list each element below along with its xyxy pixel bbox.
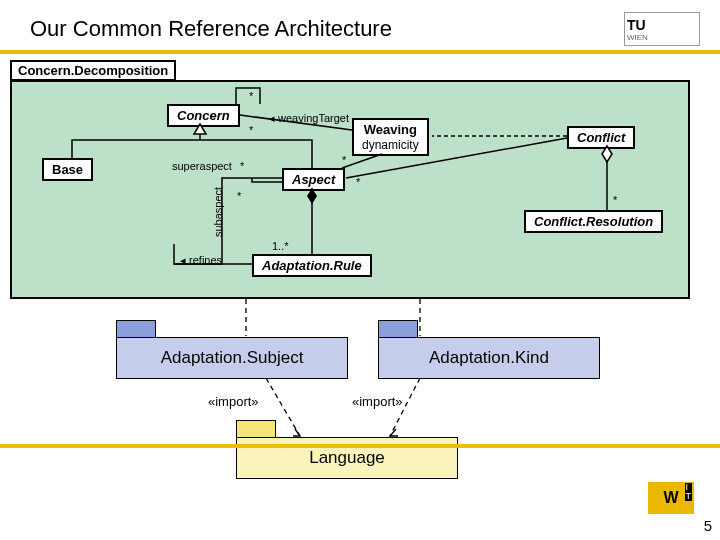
mult-rule: 1..*: [272, 240, 289, 252]
svg-line-2: [342, 154, 382, 168]
label-superaspect: superaspect: [172, 160, 232, 172]
page-number: 5: [704, 517, 712, 534]
mult-weaving-target: *: [249, 124, 253, 136]
footer-rule: [0, 444, 720, 448]
mult-subaspect: *: [237, 190, 241, 202]
mult-concern-self: *: [249, 90, 253, 102]
package-adaptation-kind: Adaptation.Kind: [378, 320, 600, 379]
package-adaptation-subject: Adaptation.Subject: [116, 320, 348, 379]
class-adaptation-rule: Adaptation.Rule: [252, 254, 372, 277]
class-aspect: Aspect: [282, 168, 345, 191]
mult-superaspect: *: [240, 160, 244, 172]
label-refines: ◂ refines: [180, 254, 222, 267]
mult-aspect-conflict: *: [356, 176, 360, 188]
wit-logo: W IT: [648, 482, 694, 514]
import-label-2: «import»: [352, 394, 403, 409]
tu-wien-logo: TU WIEN: [624, 12, 700, 46]
mult-conflict-res: *: [613, 194, 617, 206]
mult-weaving-aspect: *: [342, 154, 346, 166]
class-conflict-resolution: Conflict.Resolution: [524, 210, 663, 233]
package-label: Concern.Decomposition: [10, 60, 176, 81]
class-weaving: Weaving dynamicity: [352, 118, 429, 156]
class-concern: Concern: [167, 104, 240, 127]
class-base: Base: [42, 158, 93, 181]
header-rule: [0, 50, 720, 54]
label-subaspect: subaspect: [212, 187, 224, 237]
package-language: Language: [236, 420, 458, 479]
import-label-1: «import»: [208, 394, 259, 409]
class-conflict: Conflict: [567, 126, 635, 149]
concern-decomposition-package: Concern.Decomposition Concern Base Weavi…: [10, 80, 690, 299]
label-weaving-target: ◂ weavingTarget: [269, 112, 349, 125]
page-title: Our Common Reference Architecture: [30, 16, 624, 42]
